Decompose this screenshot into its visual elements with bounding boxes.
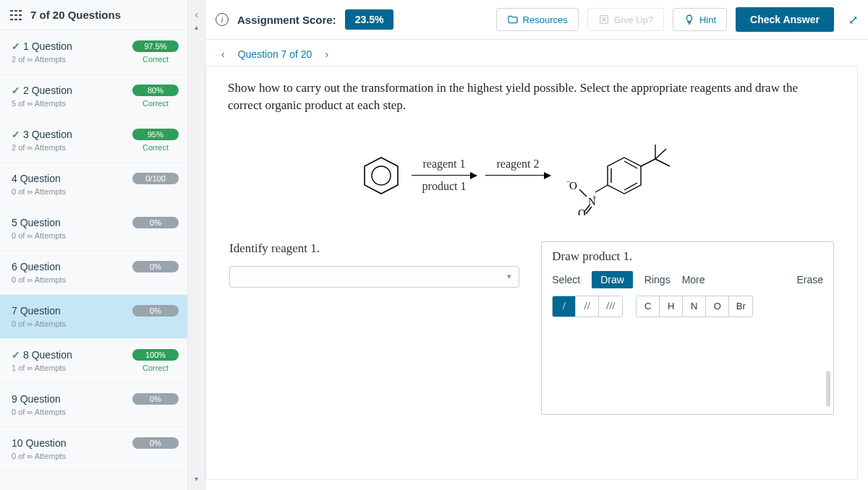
sidebar-item-q7[interactable]: 7 Question0 of ∞ Attempts0% xyxy=(0,295,187,339)
score-value: 23.5% xyxy=(345,9,394,30)
hint-button[interactable]: Hint xyxy=(673,8,727,31)
check-answer-button[interactable]: Check Answer xyxy=(736,7,834,32)
svg-line-10 xyxy=(655,149,666,159)
identify-label: Identify reagent 1. xyxy=(229,241,519,256)
element-group: CHNOBr xyxy=(636,296,753,317)
tab-more[interactable]: More xyxy=(682,274,705,285)
main-area: i Assignment Score: 23.5% Resources Give… xyxy=(205,0,868,490)
bond-group: ////// xyxy=(552,296,623,317)
score-pill: 0% xyxy=(132,393,179,405)
draw-label: Draw product 1. xyxy=(542,242,833,264)
svg-text:+: + xyxy=(592,193,597,201)
svg-line-11 xyxy=(595,185,608,192)
bulb-icon xyxy=(684,14,695,25)
question-indicator: Question 7 of 20 xyxy=(238,48,312,60)
svg-text:O: O xyxy=(569,180,577,192)
folder-icon xyxy=(507,14,519,25)
score-pill: 0% xyxy=(132,437,179,449)
sidebar-title: 7 of 20 Questions xyxy=(30,9,121,21)
canvas-scrollbar[interactable] xyxy=(826,371,830,407)
elem-btn-n[interactable]: N xyxy=(683,296,706,317)
check-icon: ✓ xyxy=(12,40,20,52)
question-content: Show how to carry out the transformation… xyxy=(205,66,858,480)
tab-select[interactable]: Select xyxy=(552,274,580,285)
score-pill: 0/100 xyxy=(132,173,179,184)
bond-btn-1[interactable]: / xyxy=(553,296,576,317)
sidebar-item-q5[interactable]: 5 Question0 of ∞ Attempts0% xyxy=(0,207,187,251)
sidebar-header[interactable]: 7 of 20 Questions xyxy=(0,0,187,30)
svg-line-7 xyxy=(641,159,655,166)
fullscreen-icon[interactable]: ⤢ xyxy=(848,13,858,27)
svg-marker-3 xyxy=(608,158,641,194)
svg-text:−: − xyxy=(566,178,571,186)
collapse-chevron-icon[interactable]: ‹ xyxy=(195,9,198,20)
prev-question-icon[interactable]: ‹ xyxy=(218,48,228,60)
svg-line-5 xyxy=(624,161,637,168)
sidebar-item-q9[interactable]: 9 Question0 of ∞ Attempts0% xyxy=(0,383,187,427)
sidebar-item-q10[interactable]: 10 Question0 of ∞ Attempts0% xyxy=(0,427,187,471)
check-icon: ✓ xyxy=(12,85,20,96)
check-icon: ✓ xyxy=(12,129,20,140)
tab-rings[interactable]: Rings xyxy=(644,274,671,285)
benzene-start xyxy=(359,154,403,197)
sidebar-list[interactable]: ✓1 Question2 of ∞ Attempts97.5%Correct✓2… xyxy=(0,30,187,490)
draw-toolbar: Select Draw Rings More Erase xyxy=(542,264,833,288)
score-pill: 80% xyxy=(132,85,179,96)
draw-panel: Draw product 1. Select Draw Rings More E… xyxy=(541,241,834,415)
sidebar-item-q8[interactable]: ✓8 Question1 of ∞ Attempts100%Correct xyxy=(0,339,187,383)
sidebar-item-q3[interactable]: ✓3 Question2 of ∞ Attempts95%Correct xyxy=(0,119,187,163)
svg-line-6 xyxy=(624,183,637,190)
svg-line-15 xyxy=(586,207,592,214)
reaction-diagram: reagent 1 product 1 reagent 2 xyxy=(228,136,835,215)
svg-text:O: O xyxy=(578,207,586,215)
svg-line-8 xyxy=(655,159,670,166)
score-pill: 0% xyxy=(132,217,179,228)
erase-button[interactable]: Erase xyxy=(796,274,823,285)
bond-btn-3[interactable]: /// xyxy=(599,296,622,317)
resources-button[interactable]: Resources xyxy=(496,8,579,31)
question-sidebar: 7 of 20 Questions ✓1 Question2 of ∞ Atte… xyxy=(0,0,188,490)
menu-icon xyxy=(10,10,23,20)
bond-element-row: ////// CHNOBr xyxy=(542,288,833,327)
next-question-icon[interactable]: › xyxy=(322,48,331,60)
reagent1-dropdown[interactable] xyxy=(229,266,519,288)
arrow-1: reagent 1 product 1 xyxy=(412,158,477,193)
elem-btn-o[interactable]: O xyxy=(706,296,729,317)
question-nav: ‹ Question 7 of 20 › xyxy=(205,40,868,66)
svg-marker-1 xyxy=(365,158,398,194)
score-pill: 0% xyxy=(132,261,179,272)
flag-x-icon xyxy=(598,14,610,25)
score-pill: 100% xyxy=(132,349,179,361)
bond-btn-2[interactable]: // xyxy=(576,296,599,317)
scroll-up-icon[interactable]: ▴ xyxy=(195,23,198,31)
score-pill: 95% xyxy=(132,129,179,140)
sidebar-item-q1[interactable]: ✓1 Question2 of ∞ Attempts97.5%Correct xyxy=(0,30,187,74)
sidebar-item-q6[interactable]: 6 Question0 of ∞ Attempts0% xyxy=(0,251,187,295)
answer-row: Identify reagent 1. Draw product 1. Sele… xyxy=(228,241,835,415)
elem-btn-h[interactable]: H xyxy=(660,296,683,317)
tab-draw[interactable]: Draw xyxy=(592,271,633,288)
topbar: i Assignment Score: 23.5% Resources Give… xyxy=(205,0,868,40)
product1-column: Draw product 1. Select Draw Rings More E… xyxy=(541,241,834,415)
reagent1-column: Identify reagent 1. xyxy=(229,241,519,415)
scroll-down-icon[interactable]: ▾ xyxy=(195,475,198,483)
draw-canvas[interactable] xyxy=(542,327,833,414)
check-icon: ✓ xyxy=(12,349,20,361)
svg-point-2 xyxy=(372,166,391,185)
elem-btn-br[interactable]: Br xyxy=(729,296,752,317)
sidebar-item-q2[interactable]: ✓2 Question5 of ∞ Attempts80%Correct xyxy=(0,74,187,119)
info-icon[interactable]: i xyxy=(216,13,229,26)
score-label: Assignment Score: xyxy=(237,14,336,26)
question-prompt: Show how to carry out the transformation… xyxy=(228,79,821,114)
elem-btn-c[interactable]: C xyxy=(637,296,660,317)
sidebar-collapse-strip: ‹ ▴ ▾ xyxy=(188,0,205,490)
giveup-button: Give Up? xyxy=(587,8,664,31)
sidebar-item-q4[interactable]: 4 Question0 of ∞ Attempts0/100 xyxy=(0,163,187,207)
arrow-2: reagent 2 xyxy=(485,158,550,193)
score-pill: 0% xyxy=(132,305,179,317)
target-molecule: N + O O − xyxy=(559,136,704,215)
score-pill: 97.5% xyxy=(132,40,179,52)
svg-line-17 xyxy=(579,189,587,197)
